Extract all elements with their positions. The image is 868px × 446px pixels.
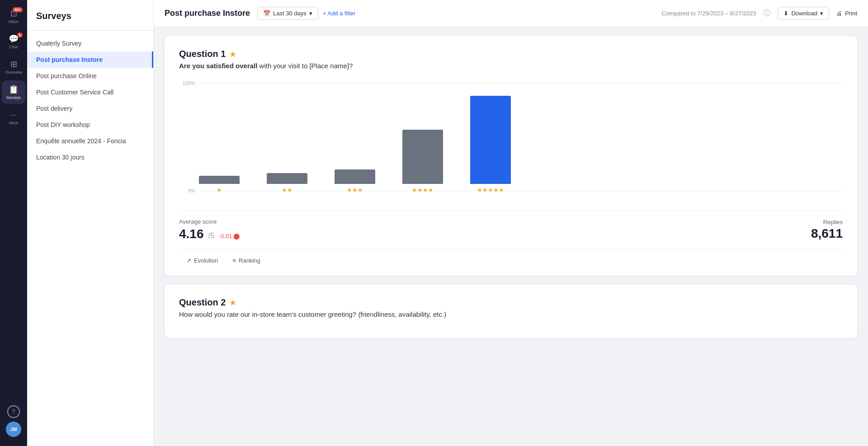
nav-item-surveys[interactable]: 📋 Surveys <box>2 80 25 104</box>
bar-group-1star: ★ <box>199 176 240 193</box>
bar-group-5star: ★★★★★ <box>470 96 511 193</box>
sidebar-item-post-customer-service[interactable]: Post Customer Service Call <box>27 84 153 100</box>
bar-label-3star: ★★★ <box>347 187 363 193</box>
sidebar-item-enquete-annuelle[interactable]: Enquête annuelle 2024 - Foncia <box>27 133 153 149</box>
question-1-tabs: ↗ Evolution ≡ Ranking <box>179 249 843 267</box>
evolution-tab[interactable]: ↗ Evolution <box>179 254 225 267</box>
content-area: Question 1 ★ Are you satisfied overall w… <box>154 27 868 446</box>
avatar-label: JM <box>10 427 17 432</box>
calendar-icon: 📅 <box>263 10 270 17</box>
help-info-icon[interactable]: ⓘ <box>763 9 770 18</box>
print-label: Print <box>845 10 857 17</box>
sidebar-item-location-30[interactable]: Location 30 jours <box>27 149 153 165</box>
question-1-header: Question 1 ★ <box>179 49 843 59</box>
nav-label-overview: Overview <box>5 70 22 75</box>
chat-badge: 1 <box>17 33 23 38</box>
bar-group-2star: ★★ <box>267 173 307 193</box>
bar-3star <box>335 169 375 184</box>
avg-value-row: 4.16 /5 -0.01 ⬤ <box>179 227 240 241</box>
avg-change-value: -0.01 <box>219 233 232 239</box>
avatar[interactable]: JM <box>6 422 21 437</box>
avg-change: -0.01 ⬤ <box>219 233 241 239</box>
nav-item-more[interactable]: ··· More <box>2 106 25 129</box>
download-label: Download <box>791 10 817 17</box>
question-1-star: ★ <box>229 49 236 59</box>
nav-item-chat[interactable]: 💬 Chat 1 <box>2 30 25 53</box>
sidebar: Surveys Quaterly Survey Post purchase In… <box>27 0 154 446</box>
download-button[interactable]: ⬇ Download ▾ <box>778 7 829 20</box>
avg-score-section: Average score 4.16 /5 -0.01 ⬤ <box>179 218 240 241</box>
bar-2star <box>267 173 307 184</box>
inbox-badge: 99+ <box>13 7 23 12</box>
nav-label-inbox: Inbox <box>9 19 19 24</box>
replies-label: Replies <box>823 219 843 225</box>
comparison-text: Compared to 7/29/2023 – 8/27/2023 <box>662 10 756 17</box>
avg-value: 4.16 <box>179 227 204 241</box>
bar-group-3star: ★★★ <box>335 169 375 193</box>
replies-value: 8,611 <box>811 226 843 241</box>
question-1-text: Are you satisfied overall with your visi… <box>179 62 843 70</box>
ranking-tab[interactable]: ≡ Ranking <box>225 254 267 267</box>
question-1-number: Question 1 <box>179 49 226 59</box>
sidebar-item-quarterly[interactable]: Quaterly Survey <box>27 35 153 52</box>
page-title: Post purchase Instore <box>165 9 250 18</box>
bar-group-4star: ★★★★ <box>402 130 443 193</box>
bar-4star <box>402 130 443 184</box>
chart-bars: ★ ★★ ★★★ ★★★★ <box>199 80 843 193</box>
print-button[interactable]: 🖨 Print <box>836 10 857 17</box>
sidebar-item-post-purchase-instore[interactable]: Post purchase Instore <box>27 52 153 68</box>
help-button[interactable]: ? <box>7 405 20 418</box>
nav-item-inbox[interactable]: ⊡ Inbox 99+ <box>2 5 25 28</box>
sidebar-item-post-purchase-online[interactable]: Post purchase Online <box>27 68 153 84</box>
question-1-bold: Are you satisfied overall <box>179 62 257 70</box>
question-1-card: Question 1 ★ Are you satisfied overall w… <box>165 36 857 276</box>
sidebar-list: Quaterly Survey Post purchase Instore Po… <box>27 31 153 446</box>
add-filter-button[interactable]: + Add a filter <box>323 10 356 17</box>
main-content: Post purchase Instore 📅 Last 30 days ▾ +… <box>154 0 868 446</box>
sidebar-title: Surveys <box>27 0 153 31</box>
avg-label: Average score <box>179 218 240 225</box>
header-right: Compared to 7/29/2023 – 8/27/2023 ⓘ ⬇ Do… <box>662 7 857 20</box>
surveys-icon: 📋 <box>9 85 19 94</box>
bar-label-2star: ★★ <box>282 187 292 193</box>
nav-label-more: More <box>9 121 19 125</box>
stats-row: Average score 4.16 /5 -0.01 ⬤ Replies 8,… <box>179 211 843 241</box>
gridline-label-0: 0% <box>179 188 195 193</box>
overview-icon: ⊞ <box>10 59 17 69</box>
question-2-card: Question 2 ★ How would you rate our in-s… <box>165 285 857 338</box>
question-2-star: ★ <box>229 298 236 308</box>
question-2-text: How would you rate our in-store team's c… <box>179 310 843 318</box>
chevron-down-icon: ▾ <box>309 10 312 17</box>
bar-label-1star: ★ <box>217 187 222 193</box>
filter-bar: 📅 Last 30 days ▾ + Add a filter <box>257 7 355 20</box>
print-icon: 🖨 <box>836 10 842 17</box>
bar-label-4star: ★★★★ <box>412 187 434 193</box>
replies-section: Replies 8,611 <box>811 219 843 241</box>
header-left: Post purchase Instore 📅 Last 30 days ▾ +… <box>165 7 355 20</box>
sidebar-item-post-delivery[interactable]: Post delivery <box>27 100 153 117</box>
more-icon: ··· <box>10 110 17 120</box>
bar-1star <box>199 176 240 184</box>
date-filter-button[interactable]: 📅 Last 30 days ▾ <box>257 7 318 20</box>
page-header: Post purchase Instore 📅 Last 30 days ▾ +… <box>154 0 868 27</box>
avg-change-icon: ⬤ <box>233 233 240 239</box>
evolution-icon: ↗ <box>186 257 191 264</box>
date-filter-label: Last 30 days <box>273 10 307 17</box>
bar-5star <box>470 96 511 184</box>
avg-denom: /5 <box>208 232 214 240</box>
evolution-label: Evolution <box>194 257 218 264</box>
sidebar-item-post-diy[interactable]: Post DIY workshop <box>27 117 153 133</box>
icon-navigation: ⊡ Inbox 99+ 💬 Chat 1 ⊞ Overview 📋 Survey… <box>0 0 27 446</box>
question-2-header: Question 2 ★ <box>179 297 843 308</box>
help-icon: ? <box>12 408 15 415</box>
question-1-chart: 100% 0% ★ ★★ <box>179 80 843 207</box>
bar-label-5star: ★★★★★ <box>477 187 504 193</box>
download-icon: ⬇ <box>783 10 788 17</box>
ranking-icon: ≡ <box>232 257 236 264</box>
add-filter-label: + Add a filter <box>323 10 356 17</box>
question-2-number: Question 2 <box>179 297 226 308</box>
nav-label-surveys: Surveys <box>6 95 21 100</box>
chevron-down-icon: ▾ <box>820 10 823 17</box>
nav-item-overview[interactable]: ⊞ Overview <box>2 55 25 79</box>
question-1-suffix: with your visit to [Place name]? <box>257 62 353 70</box>
